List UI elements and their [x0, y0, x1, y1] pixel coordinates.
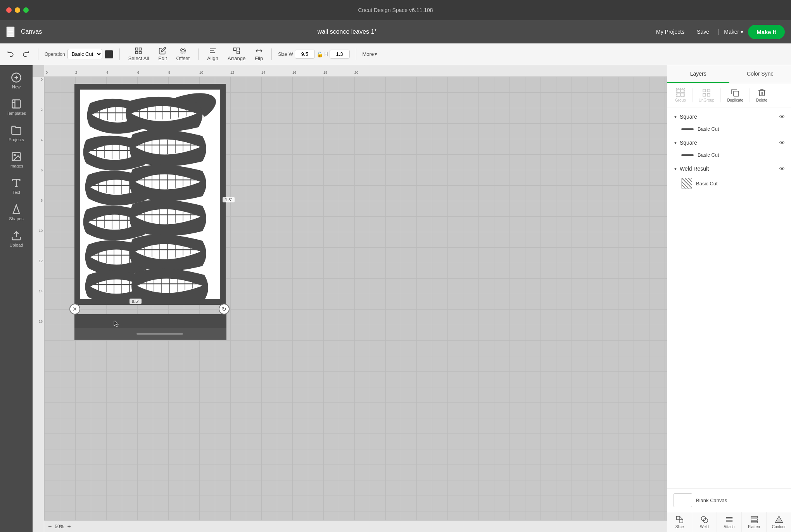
rotate-handle[interactable]: ↻	[219, 304, 230, 314]
layer-group-square1: ▼ Square 👁 Basic Cut	[667, 111, 791, 135]
machine-selector[interactable]: Maker ▾	[724, 29, 743, 35]
ruler-mark-4: 4	[106, 71, 108, 74]
ruler-mark-0: 0	[46, 71, 48, 74]
eye-square2-icon[interactable]: 👁	[779, 140, 785, 146]
canvas-label: Canvas	[21, 28, 42, 35]
maximize-button[interactable]	[23, 7, 29, 13]
width-label: W	[289, 52, 293, 57]
main-layout: New Templates Projects Images Text Shape…	[0, 65, 791, 532]
zoom-in-button[interactable]: +	[67, 523, 71, 530]
tab-layers[interactable]: Layers	[667, 65, 729, 83]
height-input[interactable]	[330, 50, 350, 59]
sidebar-item-images[interactable]: Images	[1, 147, 31, 172]
chevron-square2-icon: ▼	[674, 141, 677, 145]
align-label: Align	[207, 55, 218, 61]
size-label: Size	[278, 52, 287, 57]
tab-color-sync[interactable]: Color Sync	[729, 65, 791, 83]
group-button[interactable]: Group	[672, 86, 689, 104]
offset-button[interactable]: Offset	[174, 46, 192, 62]
eye-square1-icon[interactable]: 👁	[779, 114, 785, 120]
undo-button[interactable]	[5, 50, 17, 59]
delete-button[interactable]: Delete	[753, 86, 770, 104]
design-scrollbar	[74, 328, 226, 340]
canvas-area[interactable]: 0 2 4 6 8 10 12 14 16 18 20 0 2 4 6 8 10…	[33, 65, 667, 532]
layer-group-header-weld[interactable]: ▼ Weld Result 👁	[667, 162, 791, 175]
svg-rect-30	[681, 89, 684, 92]
svg-rect-38	[734, 91, 739, 96]
sidebar-upload-label: Upload	[10, 243, 23, 247]
width-input[interactable]	[295, 50, 315, 59]
ruler-mark-20: 20	[354, 71, 358, 74]
duplicate-button[interactable]: Duplicate	[724, 86, 746, 104]
chevron-weld-icon: ▼	[674, 167, 677, 171]
svg-rect-0	[136, 48, 138, 50]
slice-button[interactable]: Slice	[667, 512, 692, 532]
ruler-mark-6: 6	[137, 71, 139, 74]
save-button[interactable]: Save	[693, 26, 713, 37]
window-controls	[6, 7, 29, 13]
layer-group-header-square2[interactable]: ▼ Square 👁	[667, 136, 791, 149]
layer-thumb-square1	[681, 128, 694, 130]
my-projects-button[interactable]: My Projects	[652, 26, 688, 37]
layer-group-header-square1[interactable]: ▼ Square 👁	[667, 111, 791, 123]
sidebar-item-projects[interactable]: Projects	[1, 121, 31, 146]
layer-item-square2-basiccut[interactable]: Basic Cut	[667, 149, 791, 161]
operation-select[interactable]: Basic Cut	[67, 49, 102, 59]
svg-rect-43	[751, 516, 757, 518]
hamburger-menu[interactable]: ☰	[6, 26, 15, 37]
more-chevron-icon: ▾	[375, 51, 377, 57]
layer-thumb-square2	[681, 154, 694, 156]
sidebar-item-templates[interactable]: Templates	[1, 95, 31, 119]
right-panel: Layers Color Sync Group UnGroup Duplicat…	[667, 65, 791, 532]
ruler-mark-18: 18	[323, 71, 327, 74]
panel-bottom-bar: Slice Weld Attach Flatten Contour	[667, 512, 791, 532]
color-swatch[interactable]	[105, 50, 113, 59]
minimize-button[interactable]	[15, 7, 20, 13]
ruler-v-4: 4	[41, 138, 43, 142]
contour-button[interactable]: Contour	[767, 512, 791, 532]
ungroup-button[interactable]: UnGroup	[696, 86, 718, 104]
layer-item-weld-basiccut[interactable]: Basic Cut	[667, 175, 791, 192]
sidebar-item-new[interactable]: New	[1, 68, 31, 93]
align-button[interactable]: Align	[205, 46, 221, 62]
redo-button[interactable]	[19, 50, 32, 59]
blank-canvas-section[interactable]: Blank Canvas	[667, 488, 791, 512]
flatten-button[interactable]: Flatten	[742, 512, 767, 532]
layer-item-square1-basiccut[interactable]: Basic Cut	[667, 123, 791, 135]
zoom-out-button[interactable]: −	[48, 523, 52, 530]
sep5	[356, 48, 356, 60]
ruler-top: 0 2 4 6 8 10 12 14 16 18 20	[44, 65, 667, 77]
sidebar-templates-label: Templates	[7, 111, 26, 116]
undo-redo-group	[5, 50, 32, 59]
app-title: Cricut Design Space v6.11.108	[358, 7, 433, 13]
sidebar-item-upload[interactable]: Upload	[1, 226, 31, 251]
attach-button[interactable]: Attach	[717, 512, 742, 532]
eye-weld-icon[interactable]: 👁	[779, 166, 785, 172]
close-button[interactable]	[6, 7, 12, 13]
delete-handle[interactable]: ✕	[69, 304, 80, 314]
layer-group-weld: ▼ Weld Result 👁 Basic Cut	[667, 162, 791, 192]
canvas-work-area[interactable]: 9.5" 1.3" ✕ ↻	[44, 77, 667, 520]
select-all-label: Select All	[128, 55, 149, 61]
blank-canvas-thumb	[674, 493, 692, 507]
svg-rect-10	[237, 51, 240, 54]
select-all-button[interactable]: Select All	[126, 46, 151, 62]
svg-rect-3	[139, 52, 142, 54]
more-button[interactable]: More ▾	[363, 51, 378, 57]
panel-sep3	[750, 88, 750, 102]
height-label: H	[325, 52, 328, 57]
panel-tabs: Layers Color Sync	[667, 65, 791, 83]
design-svg[interactable]	[74, 84, 226, 316]
make-it-button[interactable]: Make It	[748, 25, 785, 39]
arrange-button[interactable]: Arrange	[225, 46, 248, 62]
arrange-label: Arrange	[228, 55, 245, 61]
lock-icon: 🔒	[316, 51, 323, 57]
ruler-v-2: 2	[41, 108, 43, 112]
weld-button[interactable]: Weld	[692, 512, 717, 532]
sidebar-item-shapes[interactable]: Shapes	[1, 200, 31, 225]
edit-button[interactable]: Edit	[156, 46, 169, 62]
sidebar-images-label: Images	[9, 164, 23, 168]
edit-label: Edit	[158, 55, 167, 61]
flip-button[interactable]: Flip	[252, 46, 265, 62]
sidebar-item-text[interactable]: Text	[1, 174, 31, 199]
